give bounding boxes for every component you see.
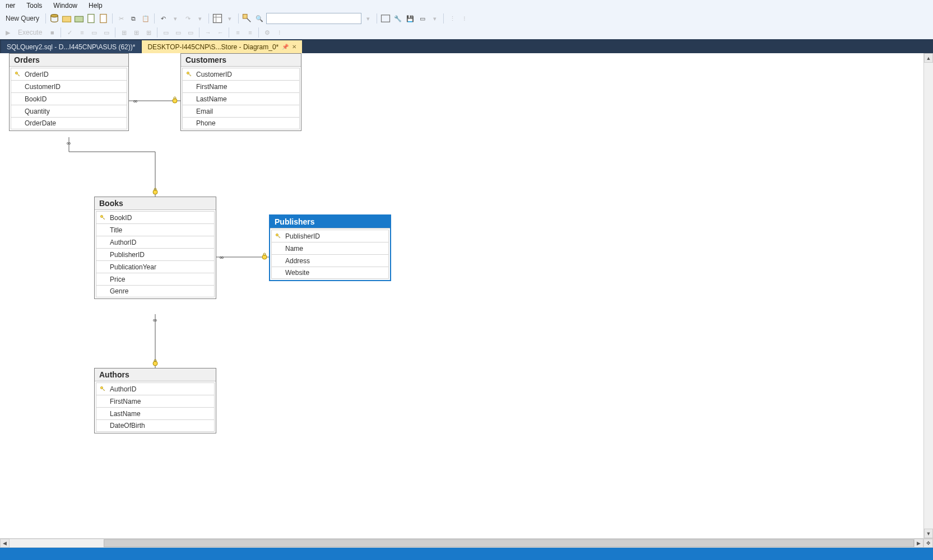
- diagram-canvas[interactable]: ∞ ∞ ∞ ∞ OrdersOrderIDCustomerIDBookIDQua…: [0, 53, 933, 538]
- table-title[interactable]: Orders: [10, 54, 128, 67]
- settings-icon[interactable]: ⋮: [447, 13, 458, 24]
- indent-icon[interactable]: →: [202, 27, 213, 38]
- paste-icon[interactable]: 📋: [140, 13, 151, 24]
- find-icon[interactable]: [242, 13, 253, 24]
- table-column[interactable]: Address: [271, 254, 389, 267]
- vscroll-track[interactable]: [924, 63, 933, 529]
- uncomment-icon[interactable]: ≡: [244, 27, 256, 38]
- play-icon[interactable]: ▶: [2, 27, 13, 38]
- cut-icon[interactable]: ✂: [115, 13, 127, 24]
- results-icon-2[interactable]: ▭: [173, 27, 184, 38]
- redo-dropdown-icon[interactable]: ▾: [194, 13, 206, 24]
- scroll-down-icon[interactable]: ▼: [924, 529, 933, 538]
- primary-key-icon: [15, 71, 21, 77]
- table-column[interactable]: Name: [271, 242, 389, 254]
- tab-sqlquery[interactable]: SQLQuery2.sql - D...I445CNP\ASUS (62))*: [1, 40, 141, 53]
- stop-icon[interactable]: ■: [47, 27, 58, 38]
- table-column[interactable]: PublisherID: [271, 230, 389, 242]
- table-column[interactable]: Quantity: [11, 105, 127, 117]
- table-column[interactable]: AuthorID: [96, 236, 215, 248]
- document2-icon[interactable]: [98, 13, 109, 24]
- new-query-button[interactable]: New Query: [2, 13, 43, 24]
- table-column[interactable]: FirstName: [182, 80, 300, 92]
- search-combo[interactable]: [266, 13, 361, 24]
- horizontal-scrollbar[interactable]: ◀ ▶ ✥: [0, 538, 933, 548]
- tab-diagram[interactable]: DESKTOP-I445CNP\S...Store - Diagram_0* 📌…: [142, 40, 302, 53]
- est-plan2-icon[interactable]: ▭: [101, 27, 112, 38]
- table-column[interactable]: Phone: [182, 117, 300, 129]
- scroll-right-icon[interactable]: ▶: [914, 539, 923, 548]
- check-icon[interactable]: ✓: [64, 27, 75, 38]
- table-title[interactable]: Books: [95, 197, 216, 210]
- document-icon[interactable]: [86, 13, 97, 24]
- results-icon-1[interactable]: ▭: [160, 27, 171, 38]
- table-column[interactable]: PublisherID: [96, 248, 215, 260]
- table-column[interactable]: PublicationYear: [96, 260, 215, 273]
- scroll-up-icon[interactable]: ▲: [924, 53, 933, 63]
- results-icon-3[interactable]: ▭: [185, 27, 196, 38]
- pin-icon[interactable]: 📌: [282, 44, 289, 50]
- wrench-icon[interactable]: 🔧: [392, 13, 403, 24]
- grid-icon-2[interactable]: ⊞: [131, 27, 142, 38]
- table-column[interactable]: BookID: [11, 92, 127, 105]
- table-publishers[interactable]: PublishersPublisherIDNameAddressWebsite: [269, 214, 391, 281]
- activity-icon[interactable]: [380, 13, 391, 24]
- table-column[interactable]: LastName: [96, 407, 215, 419]
- copy-icon[interactable]: ⧉: [128, 13, 139, 24]
- table-column[interactable]: Price: [96, 273, 215, 285]
- table-column[interactable]: DateOfBirth: [96, 419, 215, 432]
- table-column[interactable]: LastName: [182, 92, 300, 105]
- table-column[interactable]: Website: [271, 267, 389, 279]
- table-authors[interactable]: AuthorsAuthorIDFirstNameLastNameDateOfBi…: [94, 368, 216, 433]
- dropdown2-icon[interactable]: ▾: [363, 13, 374, 24]
- table-column[interactable]: CustomerID: [182, 68, 300, 80]
- execute-button[interactable]: Execute: [15, 27, 45, 38]
- table-column[interactable]: Title: [96, 223, 215, 236]
- close-icon[interactable]: ✕: [292, 44, 296, 50]
- grid-icon-1[interactable]: ⊞: [118, 27, 129, 38]
- menu-item-help[interactable]: Help: [83, 0, 108, 11]
- database-icon[interactable]: [49, 13, 60, 24]
- table-orders[interactable]: OrdersOrderIDCustomerIDBookIDQuantityOrd…: [9, 53, 129, 131]
- properties-icon[interactable]: [212, 13, 223, 24]
- table-column[interactable]: BookID: [96, 211, 215, 223]
- hscroll-thumb[interactable]: [104, 539, 914, 547]
- dropdown3-icon[interactable]: ▾: [429, 13, 440, 24]
- undo-dropdown-icon[interactable]: ▾: [170, 13, 181, 24]
- parse-icon[interactable]: ≡: [76, 27, 87, 38]
- table-column[interactable]: CustomerID: [11, 80, 127, 92]
- table-column[interactable]: OrderID: [11, 68, 127, 80]
- scroll-left-icon[interactable]: ◀: [0, 539, 10, 548]
- search-icon[interactable]: 🔍: [254, 13, 265, 24]
- folder-open-icon[interactable]: [73, 13, 85, 24]
- column-name: Quantity: [25, 108, 50, 115]
- table-title[interactable]: Authors: [95, 368, 216, 381]
- vertical-scrollbar[interactable]: ▲ ▼: [923, 53, 933, 538]
- table-customers[interactable]: CustomersCustomerIDFirstNameLastNameEmai…: [180, 53, 301, 131]
- folder-icon[interactable]: [61, 13, 72, 24]
- table-column[interactable]: Genre: [96, 285, 215, 297]
- menu-item-designer[interactable]: ner: [0, 0, 21, 11]
- table-books[interactable]: BooksBookIDTitleAuthorIDPublisherIDPubli…: [94, 197, 216, 299]
- hscroll-track[interactable]: [10, 539, 914, 548]
- grid-icon-3[interactable]: ⊞: [143, 27, 154, 38]
- menu-item-window[interactable]: Window: [48, 0, 83, 11]
- comment-icon[interactable]: ≡: [232, 27, 243, 38]
- table-column[interactable]: OrderDate: [11, 117, 127, 129]
- est-plan-icon[interactable]: ▭: [89, 27, 100, 38]
- redo-icon[interactable]: ↷: [182, 13, 193, 24]
- table-column[interactable]: AuthorID: [96, 382, 215, 395]
- table-column[interactable]: Email: [182, 105, 300, 117]
- table-column[interactable]: FirstName: [96, 395, 215, 407]
- pan-icon[interactable]: ✥: [923, 539, 933, 548]
- options-icon[interactable]: ⚙: [262, 27, 273, 38]
- table-title[interactable]: Publishers: [270, 216, 390, 228]
- window-icon[interactable]: ▭: [417, 13, 428, 24]
- undo-icon[interactable]: ↶: [157, 13, 169, 24]
- dropdown-icon[interactable]: ▾: [224, 13, 235, 24]
- svg-point-11: [174, 97, 176, 99]
- table-title[interactable]: Customers: [181, 54, 301, 67]
- outdent-icon[interactable]: ←: [215, 27, 226, 38]
- save-icon[interactable]: 💾: [405, 13, 416, 24]
- menu-item-tools[interactable]: Tools: [21, 0, 48, 11]
